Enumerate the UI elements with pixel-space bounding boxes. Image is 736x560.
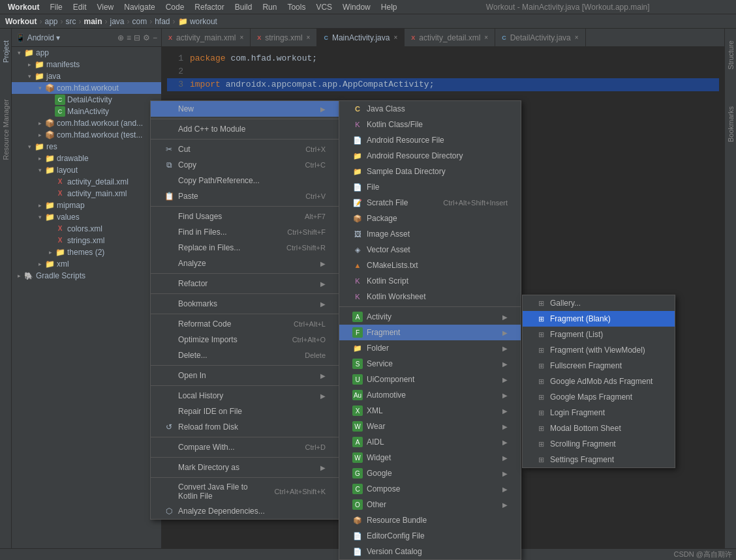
breadcrumb-hfad[interactable]: hfad	[153, 17, 171, 26]
activity-arrow-icon: ▶	[502, 314, 508, 321]
menu-item-android-resource-file[interactable]: 📄 Android Resource File	[339, 132, 521, 148]
menu-item-compose[interactable]: C Compose ▶	[339, 481, 521, 497]
menu-item-google-admob[interactable]: ⊞ Google AdMob Ads Fragment	[523, 374, 675, 389]
menu-item-folder[interactable]: 📁 Folder ▶	[339, 340, 521, 356]
menu-item-modal-bottom[interactable]: ⊞ Modal Bottom Sheet	[523, 420, 675, 436]
menu-item-mark-dir[interactable]: Mark Directory as ▶	[151, 460, 339, 475]
menu-item-fragment[interactable]: F Fragment ▶	[339, 325, 521, 340]
menu-item-automotive[interactable]: Au Automotive ▶	[339, 387, 521, 403]
menu-item-google[interactable]: G Google ▶	[339, 465, 521, 481]
menu-label-fullscreen-fragment: Fullscreen Fragment	[550, 361, 662, 370]
menu-run[interactable]: Run	[257, 1, 282, 13]
vector-asset-icon: ◈	[352, 244, 363, 255]
breadcrumb-src[interactable]: src	[64, 17, 77, 26]
menu-file[interactable]: File	[44, 1, 67, 13]
menu-label-bookmarks: Bookmarks	[178, 299, 320, 308]
menu-item-google-maps[interactable]: ⊞ Google Maps Fragment	[523, 389, 675, 405]
menu-item-scratch-file[interactable]: 📝 Scratch File Ctrl+Alt+Shift+Insert	[339, 195, 521, 211]
menu-item-sample-data[interactable]: 📁 Sample Data Directory	[339, 164, 521, 179]
menu-item-reload-disk[interactable]: ↺ Reload from Disk	[151, 419, 339, 435]
menu-item-kotlin-class[interactable]: K Kotlin Class/File	[339, 117, 521, 132]
menu-item-replace-files[interactable]: Replace in Files... Ctrl+Shift+R	[151, 240, 339, 256]
menu-item-vector-asset[interactable]: ◈ Vector Asset	[339, 242, 521, 258]
menu-item-gallery[interactable]: ⊞ Gallery...	[523, 295, 675, 311]
menu-item-wear[interactable]: W Wear ▶	[339, 419, 521, 434]
menu-item-uicomponent[interactable]: U UiComponent ▶	[339, 372, 521, 387]
menu-item-service[interactable]: S Service ▶	[339, 356, 521, 372]
menu-refactor[interactable]: Refactor	[189, 1, 229, 13]
menu-label-file: File	[367, 183, 508, 192]
menu-item-compare-with[interactable]: Compare With... Ctrl+D	[151, 439, 339, 455]
menu-view[interactable]: View	[91, 1, 119, 13]
menu-item-cut[interactable]: ✂ Cut Ctrl+X	[151, 141, 339, 157]
menu-code[interactable]: Code	[161, 1, 190, 13]
menu-item-package[interactable]: 📦 Package	[339, 211, 521, 226]
aidl-icon: A	[352, 437, 363, 447]
menu-label-scratch-file: Scratch File	[367, 198, 430, 207]
menu-window[interactable]: Window	[337, 1, 376, 13]
breadcrumb-workout2[interactable]: 📁 workout	[177, 17, 219, 26]
menu-item-reformat[interactable]: Reformat Code Ctrl+Alt+L	[151, 316, 339, 332]
menu-item-kotlin-script[interactable]: K Kotlin Script	[339, 273, 521, 289]
menu-vcs[interactable]: VCS	[311, 1, 337, 13]
menu-label-sample-data: Sample Data Directory	[367, 167, 508, 176]
menu-item-open-in[interactable]: Open In ▶	[151, 368, 339, 383]
fragment-icon: F	[352, 327, 363, 338]
kotlin-worksheet-icon: K	[352, 291, 363, 302]
menu-item-refactor[interactable]: Refactor ▶	[151, 276, 339, 291]
menu-item-copy[interactable]: ⧉ Copy Ctrl+C	[151, 157, 339, 173]
menu-item-java-class[interactable]: C Java Class	[339, 101, 521, 117]
menu-item-convert-java[interactable]: Convert Java File to Kotlin File Ctrl+Al…	[151, 480, 339, 503]
menu-item-settings-fragment[interactable]: ⊞ Settings Fragment	[523, 452, 675, 467]
menu-item-widget[interactable]: W Widget ▶	[339, 450, 521, 465]
menu-label-mark-dir: Mark Directory as	[178, 463, 320, 472]
breadcrumb-workout[interactable]: Workout	[4, 17, 38, 26]
menu-item-add-cpp[interactable]: Add C++ to Module	[151, 121, 339, 137]
menu-item-android-resource-dir[interactable]: 📁 Android Resource Directory	[339, 148, 521, 164]
menu-item-scrolling-fragment[interactable]: ⊞ Scrolling Fragment	[523, 436, 675, 452]
menu-item-fragment-viewmodel[interactable]: ⊞ Fragment (with ViewModel)	[523, 342, 675, 358]
menu-item-fullscreen-fragment[interactable]: ⊞ Fullscreen Fragment	[523, 358, 675, 374]
menu-navigate[interactable]: Navigate	[119, 1, 160, 13]
menu-item-fragment-list[interactable]: ⊞ Fragment (List)	[523, 327, 675, 342]
menu-item-delete[interactable]: Delete... Delete	[151, 347, 339, 363]
menu-label-other: Other	[367, 500, 502, 509]
menu-item-find-usages[interactable]: Find Usages Alt+F7	[151, 209, 339, 224]
menu-item-analyze[interactable]: Analyze ▶	[151, 256, 339, 271]
menu-item-editor-config[interactable]: 📄 EditorConfig File	[339, 528, 521, 544]
menu-label-delete: Delete...	[178, 351, 292, 360]
menu-item-analyze-deps[interactable]: ⬡ Analyze Dependencies...	[151, 503, 339, 519]
menu-item-login-fragment[interactable]: ⊞ Login Fragment	[523, 405, 675, 420]
menu-item-version-catalog[interactable]: 📄 Version Catalog	[339, 544, 521, 559]
menu-item-bookmarks[interactable]: Bookmarks ▶	[151, 296, 339, 312]
menu-item-activity[interactable]: A Activity ▶	[339, 309, 521, 325]
menu-item-cmake[interactable]: ▲ CMakeLists.txt	[339, 258, 521, 273]
breadcrumb-com[interactable]: com	[131, 17, 149, 26]
menu-edit[interactable]: Edit	[68, 1, 92, 13]
menu-item-kotlin-worksheet[interactable]: K Kotlin Worksheet	[339, 289, 521, 304]
menu-item-paste[interactable]: 📋 Paste Ctrl+V	[151, 188, 339, 204]
breadcrumb-main[interactable]: main	[82, 17, 103, 26]
menu-label-widget: Widget	[367, 453, 502, 462]
separator-3	[151, 206, 339, 207]
menu-item-xml-new[interactable]: X XML ▶	[339, 403, 521, 419]
menu-item-local-history[interactable]: Local History ▶	[151, 388, 339, 404]
menu-item-fragment-blank[interactable]: ⊞ Fragment (Blank)	[523, 311, 675, 327]
menu-item-aidl[interactable]: A AIDL ▶	[339, 434, 521, 450]
menu-item-repair-ide[interactable]: Repair IDE on File	[151, 404, 339, 419]
menu-build[interactable]: Build	[230, 1, 258, 13]
menu-item-find-files[interactable]: Find in Files... Ctrl+Shift+F	[151, 224, 339, 240]
breadcrumb-app[interactable]: app	[43, 17, 59, 26]
menu-item-resource-bundle[interactable]: 📦 Resource Bundle	[339, 512, 521, 528]
menu-item-other[interactable]: O Other ▶	[339, 497, 521, 512]
menu-item-copy-path[interactable]: Copy Path/Reference...	[151, 173, 339, 188]
shortcut-reformat: Ctrl+Alt+L	[294, 320, 326, 328]
menu-tools[interactable]: Tools	[282, 1, 311, 13]
menu-help[interactable]: Help	[376, 1, 403, 13]
menu-label-add-cpp: Add C++ to Module	[178, 125, 326, 134]
menu-item-image-asset[interactable]: 🖼 Image Asset	[339, 226, 521, 242]
breadcrumb-java[interactable]: java	[109, 17, 126, 26]
menu-item-optimize[interactable]: Optimize Imports Ctrl+Alt+O	[151, 332, 339, 347]
menu-item-file[interactable]: 📄 File	[339, 179, 521, 195]
menu-item-new[interactable]: New ▶	[151, 101, 339, 117]
